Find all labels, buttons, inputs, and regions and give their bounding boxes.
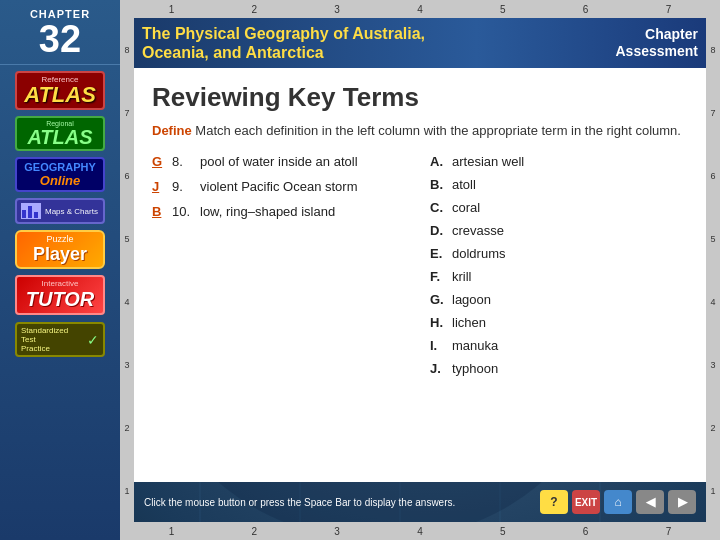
header-title: The Physical Geography of Australia, Oce… xyxy=(142,24,425,62)
sidebar-item-puzzle-player[interactable]: Puzzle Player xyxy=(15,230,105,269)
exit-button[interactable]: EXIT xyxy=(572,490,600,514)
ans-term-b: atoll xyxy=(452,177,476,192)
ruler-bottom-numbers: 1 2 3 4 5 6 7 xyxy=(120,526,720,537)
ans-term-i: manuka xyxy=(452,338,498,353)
answer-row-f: F. krill xyxy=(430,269,688,284)
ans-term-f: krill xyxy=(452,269,472,284)
next-button[interactable]: ▶ xyxy=(668,490,696,514)
ans-letter-g: G. xyxy=(430,292,452,307)
sidebar-item-geography-online[interactable]: GEOGRAPHY Online xyxy=(15,157,105,192)
answer-row-c: C. coral xyxy=(430,200,688,215)
answer-3: B xyxy=(152,204,172,219)
chapter-box: CHAPTER 32 xyxy=(0,4,120,65)
ans-letter-a: A. xyxy=(430,154,452,169)
atlas-label: ATLAS xyxy=(21,84,99,106)
standardized-label: StandardizedTestPractice xyxy=(21,326,83,353)
ans-letter-f: F. xyxy=(430,269,452,284)
assessment-line1: Chapter xyxy=(616,26,699,43)
left-ruler: 8 7 6 5 4 3 2 1 xyxy=(120,18,134,522)
header-bar: The Physical Geography of Australia, Oce… xyxy=(134,18,706,68)
content-panel: Reviewing Key Terms Define Match each de… xyxy=(134,68,706,482)
bottom-bar: Click the mouse button or press the Spac… xyxy=(134,482,706,522)
two-column-layout: G 8. pool of water inside an atoll J 9. … xyxy=(152,154,688,384)
q-text-1: pool of water inside an atoll xyxy=(200,154,410,169)
instruction: Define Match each definition in the left… xyxy=(152,123,688,138)
geography-label: GEOGRAPHY xyxy=(21,161,99,173)
ans-letter-h: H. xyxy=(430,315,452,330)
sidebar-item-maps-charts[interactable]: Maps & Charts xyxy=(15,198,105,224)
maps-label: Maps & Charts xyxy=(45,207,98,216)
chart-icon xyxy=(21,203,41,219)
header-assessment: Chapter Assessment xyxy=(616,26,699,60)
ans-term-e: doldrums xyxy=(452,246,505,261)
sidebar-item-standardized-test[interactable]: StandardizedTestPractice ✓ xyxy=(15,322,105,357)
main-content: The Physical Geography of Australia, Oce… xyxy=(134,18,706,522)
ans-term-h: lichen xyxy=(452,315,486,330)
prev-button[interactable]: ◀ xyxy=(636,490,664,514)
answer-row-j: J. typhoon xyxy=(430,361,688,376)
nav-buttons: ? EXIT ⌂ ◀ ▶ xyxy=(540,490,696,514)
checkmark-icon: ✓ xyxy=(87,332,99,348)
questions-column: G 8. pool of water inside an atoll J 9. … xyxy=(152,154,410,384)
chapter-number: 32 xyxy=(0,20,120,58)
help-button[interactable]: ? xyxy=(540,490,568,514)
answer-row-d: D. crevasse xyxy=(430,223,688,238)
click-instruction: Click the mouse button or press the Spac… xyxy=(144,496,455,509)
ans-letter-b: B. xyxy=(430,177,452,192)
question-row-3: B 10. low, ring–shaped island xyxy=(152,204,410,219)
sidebar-item-regional-atlas[interactable]: Regional ATLAS xyxy=(15,116,105,151)
answer-row-g: G. lagoon xyxy=(430,292,688,307)
ans-letter-e: E. xyxy=(430,246,452,261)
home-button[interactable]: ⌂ xyxy=(604,490,632,514)
ans-letter-d: D. xyxy=(430,223,452,238)
question-row-1: G 8. pool of water inside an atoll xyxy=(152,154,410,169)
ans-term-j: typhoon xyxy=(452,361,498,376)
instruction-body: Match each definition in the left column… xyxy=(192,123,681,138)
assessment-line2: Assessment xyxy=(616,43,699,60)
tutor-label: TUTOR xyxy=(21,288,99,311)
puzzle-label: Puzzle xyxy=(23,234,97,244)
online-label: Online xyxy=(21,173,99,188)
interactive-label: Interactive xyxy=(21,279,99,288)
ans-term-c: coral xyxy=(452,200,480,215)
header-title-line1: The Physical Geography of Australia, xyxy=(142,24,425,43)
ans-term-d: crevasse xyxy=(452,223,504,238)
bottom-ruler: 1 2 3 4 5 6 7 xyxy=(120,522,720,540)
page-title: Reviewing Key Terms xyxy=(152,82,688,113)
answers-column: A. artesian well B. atoll C. coral D. cr… xyxy=(430,154,688,384)
sidebar-item-reference-atlas[interactable]: Reference ATLAS xyxy=(15,71,105,110)
q-number-1: 8. xyxy=(172,154,200,169)
question-row-2: J 9. violent Pacific Ocean storm xyxy=(152,179,410,194)
ans-term-a: artesian well xyxy=(452,154,524,169)
q-text-3: low, ring–shaped island xyxy=(200,204,410,219)
sidebar: CHAPTER 32 Reference ATLAS Regional ATLA… xyxy=(0,0,120,540)
top-ruler: 1 2 3 4 5 6 7 xyxy=(120,0,720,18)
ans-term-g: lagoon xyxy=(452,292,491,307)
header-title-line2: Oceania, and Antarctica xyxy=(142,43,425,62)
define-word: Define xyxy=(152,123,192,138)
sidebar-item-interactive-tutor[interactable]: Interactive TUTOR xyxy=(15,275,105,315)
right-ruler: 8 7 6 5 4 3 2 1 xyxy=(706,18,720,522)
q-number-2: 9. xyxy=(172,179,200,194)
answer-row-h: H. lichen xyxy=(430,315,688,330)
ruler-top-numbers: 1 2 3 4 5 6 7 xyxy=(120,4,720,15)
q-number-3: 10. xyxy=(172,204,200,219)
ans-letter-i: I. xyxy=(430,338,452,353)
ans-letter-j: J. xyxy=(430,361,452,376)
ans-letter-c: C. xyxy=(430,200,452,215)
answer-row-a: A. artesian well xyxy=(430,154,688,169)
answer-row-b: B. atoll xyxy=(430,177,688,192)
regional-atlas-label: ATLAS xyxy=(21,127,99,147)
answer-1: G xyxy=(152,154,172,169)
player-label: Player xyxy=(23,244,97,265)
answer-row-e: E. doldrums xyxy=(430,246,688,261)
answer-2: J xyxy=(152,179,172,194)
answer-row-i: I. manuka xyxy=(430,338,688,353)
q-text-2: violent Pacific Ocean storm xyxy=(200,179,410,194)
